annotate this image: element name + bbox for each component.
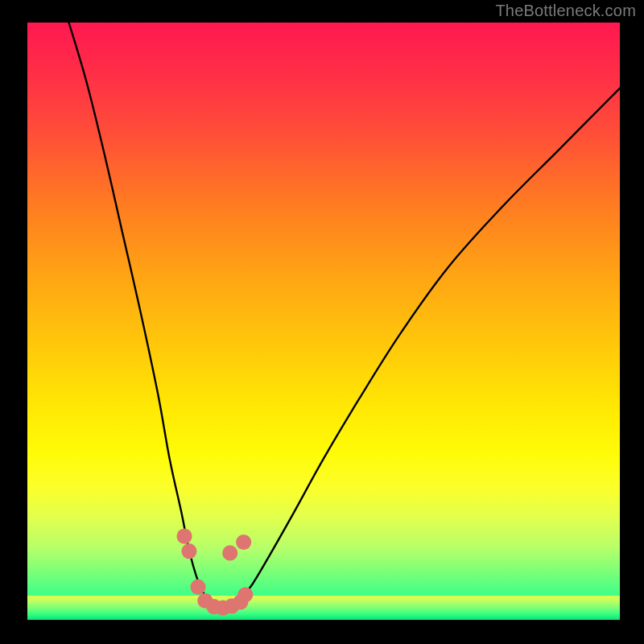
series-right-curve [229, 89, 620, 609]
data-marker [176, 529, 192, 544]
plot-area [27, 23, 620, 620]
data-marker [237, 587, 253, 602]
data-marker [222, 545, 237, 560]
chart-frame: TheBottleneck.com [0, 0, 644, 644]
series-left-curve [69, 23, 217, 608]
data-marker [181, 543, 196, 559]
data-marker [190, 580, 205, 595]
watermark-text: TheBottleneck.com [495, 2, 636, 20]
curve-layer [27, 23, 620, 620]
data-marker [236, 535, 251, 550]
